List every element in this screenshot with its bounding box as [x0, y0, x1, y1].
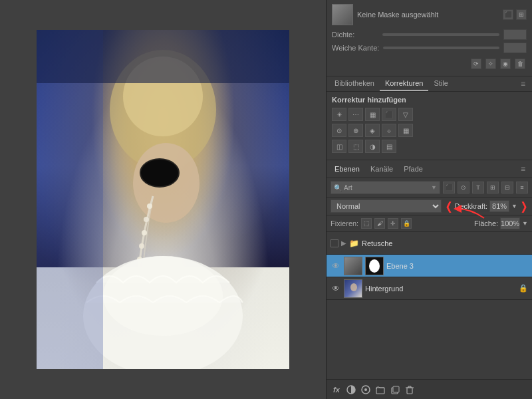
red-bracket-left: ❬ — [444, 200, 453, 213]
svg-point-8 — [142, 230, 147, 235]
blend-mode-select[interactable]: Normal — [331, 200, 442, 213]
korr-icon-colorbal[interactable]: ⟐ — [382, 124, 396, 137]
tab-bibliotheken[interactable]: Bibliotheken — [329, 76, 380, 91]
mask-icon-1[interactable]: ⬛ — [503, 9, 513, 20]
hintergrund-thumbnail — [344, 279, 362, 298]
ebenen-tool-4[interactable]: ⊟ — [501, 182, 513, 194]
korr-icon-posterize[interactable]: ▤ — [382, 140, 396, 153]
flache-dropdown-arrow[interactable]: ▼ — [522, 220, 528, 227]
tab-close-icon[interactable]: ≡ — [517, 76, 529, 91]
ebenen-tool-2[interactable]: ⊙ — [458, 182, 469, 194]
korrekturen-icons-row3: ◫ ⬚ ◑ ▤ — [332, 140, 527, 153]
mask-bottom-icon-3[interactable]: ◉ — [500, 59, 511, 69]
tab-ebenen[interactable]: Ebenen — [329, 163, 365, 175]
hintergrund-lock-icon: 🔒 — [519, 284, 528, 293]
tab-pfade[interactable]: Pfade — [398, 163, 428, 175]
mask-header-row: Keine Maske ausgewählt ⬛ ⊞ — [332, 4, 527, 25]
dichte-slider[interactable] — [382, 33, 499, 36]
ebene3-thumbnail — [344, 257, 362, 275]
korr-icon-brightness[interactable]: ☀ — [332, 108, 346, 121]
fx-label: fx — [333, 386, 340, 394]
weiche-kante-slider[interactable] — [383, 47, 499, 49]
mask-title: Keine Maske ausgewählt — [357, 11, 499, 19]
delete-layer-button[interactable] — [404, 384, 416, 396]
korr-icon-hue[interactable]: ⊙ — [332, 124, 346, 137]
fx-button[interactable]: fx — [331, 384, 342, 396]
new-group-button[interactable] — [374, 384, 386, 396]
tab-stile[interactable]: Stile — [428, 76, 453, 91]
new-fill-layer-button[interactable] — [360, 384, 372, 396]
korr-icon-channel[interactable]: ⬚ — [348, 140, 363, 153]
weiche-kante-value[interactable] — [503, 43, 527, 53]
flache-value[interactable]: 100% — [500, 217, 520, 229]
new-layer-button[interactable] — [389, 384, 401, 396]
korr-icon-photo[interactable]: ◫ — [332, 140, 346, 153]
ebenen-tool-5[interactable]: ≡ — [516, 182, 528, 194]
korr-icon-vibrance[interactable]: ◈ — [365, 124, 380, 137]
fix-icon-lock[interactable]: 🔒 — [401, 218, 412, 229]
ebenen-tool-t[interactable]: T — [472, 182, 484, 194]
korrekturen-section: Korrektur hinzufügen ☀ ⋯ ▦ ⬛ ▽ ⊙ ⊕ ◈ ⟐ ▦… — [327, 92, 532, 160]
fix-icon-2[interactable]: 🖌 — [374, 218, 385, 229]
korr-icon-color[interactable]: ⬛ — [382, 108, 396, 121]
search-field[interactable]: 🔍 Art ▼ — [331, 181, 440, 194]
korr-icon-gradient[interactable]: ▽ — [398, 108, 413, 121]
retusche-layer-name: Retusche — [362, 239, 528, 247]
circle-dot-icon — [361, 385, 370, 394]
flache-section: Fläche: 100% ▼ — [474, 217, 528, 229]
retusche-folder-icon: 📁 — [349, 239, 359, 248]
fix-icon-1[interactable]: ⬚ — [361, 218, 372, 229]
retusche-visibility-checkbox[interactable] — [331, 239, 338, 247]
trash-icon — [405, 385, 414, 394]
korr-icon-levels[interactable]: ▦ — [365, 108, 380, 121]
deckkraft-dropdown-arrow[interactable]: ▼ — [511, 203, 517, 209]
hintergrund-thumb-svg — [344, 279, 362, 298]
mask-bottom-icons: ⟳ ✧ ◉ 🗑 — [332, 56, 527, 72]
mask-bottom-icon-2[interactable]: ✧ — [485, 59, 496, 69]
svg-rect-28 — [407, 388, 412, 394]
layer-list: ▶ 📁 Retusche 👁 Ebene 3 👁 — [327, 232, 532, 379]
dichte-value[interactable] — [503, 29, 527, 40]
deckkraft-value[interactable]: 81% — [489, 200, 509, 212]
hintergrund-layer-name: Hintergrund — [365, 285, 516, 293]
korr-icon-exposure[interactable]: ◑ — [365, 140, 380, 153]
tab-kanaele[interactable]: Kanäle — [365, 163, 398, 175]
blend-deckkraft-row: Normal ❬ Deckkraft: 81% ▼ ❭ — [327, 198, 532, 215]
mask-bottom-icon-4[interactable]: 🗑 — [515, 59, 525, 69]
korr-icon-saturation[interactable]: ⊕ — [348, 124, 363, 137]
ebene3-layer-name: Ebene 3 — [386, 262, 528, 270]
ebenen-tool-1[interactable]: ⬛ — [443, 182, 455, 194]
svg-point-9 — [139, 243, 144, 249]
korr-icon-curves[interactable]: ⋯ — [348, 108, 363, 121]
layer-item-hintergrund[interactable]: 👁 Hintergrund 🔒 — [327, 277, 532, 300]
mask-thumbnail — [332, 4, 353, 25]
mask-icons: ⬛ ⊞ — [503, 9, 527, 20]
korrekturen-icons-row1: ☀ ⋯ ▦ ⬛ ▽ — [332, 108, 527, 121]
tab-korrekturen[interactable]: Korrekturen — [380, 76, 428, 91]
svg-rect-27 — [393, 386, 399, 392]
hintergrund-visibility-icon[interactable]: 👁 — [331, 283, 341, 294]
retusche-expand-arrow[interactable]: ▶ — [341, 239, 346, 247]
folder-icon — [376, 385, 385, 394]
dichte-label: Dichte: — [332, 31, 378, 39]
fix-icon-3[interactable]: ✛ — [388, 218, 398, 229]
ebenen-tool-3[interactable]: ⊞ — [487, 182, 499, 194]
svg-point-21 — [350, 283, 357, 291]
photo-svg — [37, 30, 289, 369]
korrekturen-icons-row2: ⊙ ⊕ ◈ ⟐ ▦ — [332, 124, 527, 137]
svg-rect-17 — [37, 30, 289, 83]
svg-rect-25 — [376, 388, 384, 394]
mask-icon-2[interactable]: ⊞ — [516, 9, 527, 20]
bottom-toolbar: fx — [327, 379, 532, 399]
mask-bottom-icon-1[interactable]: ⟳ — [471, 59, 481, 69]
flache-label: Fläche: — [474, 219, 498, 227]
layer-item-ebene3[interactable]: 👁 Ebene 3 — [327, 255, 532, 277]
add-style-button[interactable] — [345, 384, 357, 396]
korr-icon-bw[interactable]: ▦ — [398, 124, 413, 137]
svg-point-19 — [369, 259, 380, 273]
ebene3-visibility-icon[interactable]: 👁 — [331, 261, 341, 271]
ebenen-tab-close[interactable]: ≡ — [517, 162, 529, 176]
search-icon: 🔍 — [334, 184, 342, 192]
weiche-kante-row: Weiche Kante: — [332, 43, 527, 53]
layer-item-retusche[interactable]: ▶ 📁 Retusche — [327, 232, 532, 255]
